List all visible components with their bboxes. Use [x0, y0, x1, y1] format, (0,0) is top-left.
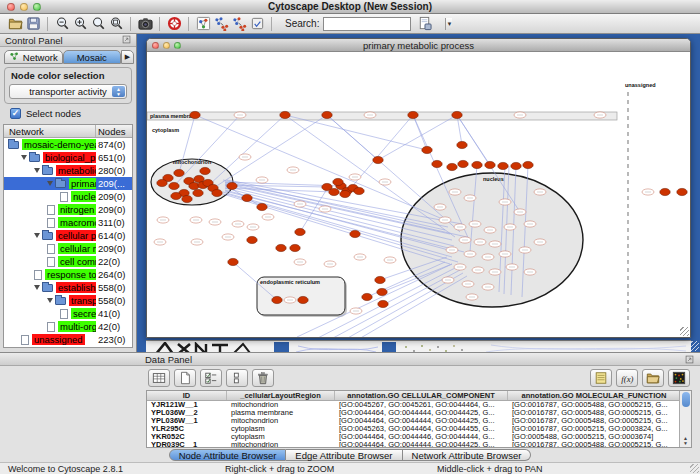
table-cell[interactable]: mitochondrion — [227, 401, 335, 409]
table-cell[interactable]: [GO:0005488, GO:0005215, GO:0003674] — [508, 433, 679, 441]
float-panel-icon[interactable] — [121, 34, 132, 47]
network-node[interactable] — [378, 300, 388, 307]
tree-row[interactable]: nucleobase-209(0) — [4, 190, 132, 203]
network-node[interactable] — [298, 296, 308, 303]
network-node[interactable] — [485, 161, 495, 168]
tree-row[interactable]: macromolecule311(0) — [4, 216, 132, 229]
matrix-view-button[interactable] — [668, 369, 690, 387]
table-cell[interactable]: YKR052C — [147, 433, 227, 441]
table-row[interactable]: YKR052Ccytoplasm[GO:0044464, GO:0044446,… — [147, 433, 679, 441]
table-row[interactable]: YLR295Ccytoplasm[GO:0045263, GO:0044464,… — [147, 425, 679, 433]
table-cell[interactable]: [GO:0016787, GO:0005488, GO:0005215, G..… — [508, 401, 679, 409]
snapshot-camera-button[interactable] — [136, 15, 154, 33]
zoom-selected-button[interactable] — [89, 15, 107, 33]
tree-row[interactable]: cell communicat22(0) — [4, 255, 132, 268]
table-cell[interactable]: [GO:0016787, GO:0005488, GO:0005215, G..… — [508, 409, 679, 417]
tree-row[interactable]: response to stimulu264(0) — [4, 268, 132, 281]
table-row[interactable]: YDR039C__1mitochondrion[GO:0044464, GO:0… — [147, 441, 679, 447]
tree-column-network[interactable]: Network — [4, 125, 96, 137]
net-close-icon[interactable] — [152, 42, 159, 49]
network-canvas[interactable]: plasma membranecytoplasmnucleusmitochond… — [147, 52, 690, 337]
close-window-icon[interactable] — [7, 3, 15, 11]
tab-overflow-button[interactable]: ▶ — [121, 50, 134, 64]
network-node[interactable] — [458, 160, 468, 167]
tree-row[interactable]: mosaic-demo-yeast874(0) — [4, 138, 132, 151]
table-row[interactable]: YPL036W__1mitochondrion[GO:0044464, GO:0… — [147, 417, 679, 425]
background-window-strip[interactable] — [146, 340, 691, 352]
tree-row[interactable]: cellular metabol209(0) — [4, 242, 132, 255]
table-cell[interactable]: [GO:0016787, GO:0005488, GO:0005215, G..… — [508, 441, 679, 447]
net-minimize-icon[interactable] — [163, 42, 170, 49]
table-cell[interactable]: mitochondrion — [227, 441, 335, 447]
network-node[interactable] — [340, 190, 350, 197]
network-node[interactable] — [408, 111, 418, 118]
checkbox-list-button[interactable] — [200, 369, 222, 387]
network-node[interactable] — [511, 162, 521, 169]
network-node[interactable] — [375, 276, 385, 283]
network-node[interactable] — [212, 189, 222, 196]
network-node[interactable] — [523, 161, 533, 168]
network-node[interactable] — [193, 189, 203, 196]
expander-icon[interactable] — [34, 285, 40, 290]
network-node[interactable] — [660, 188, 670, 195]
table-column-header[interactable]: ID — [147, 391, 227, 400]
network-node[interactable] — [228, 258, 238, 265]
table-row[interactable]: YJR121W__1mitochondrion[GO:0045267, GO:0… — [147, 401, 679, 409]
tree-row[interactable]: metabolic process280(0) — [4, 164, 132, 177]
table-cell[interactable]: [GO:0045267, GO:0045261, GO:0044464, G..… — [335, 401, 508, 409]
table-cell[interactable]: YJR121W__1 — [147, 401, 227, 409]
color-attribute-select[interactable]: transporter activity ▲▼ — [9, 84, 127, 99]
network-node[interactable] — [272, 296, 282, 303]
network-node[interactable] — [373, 156, 383, 163]
table-scrollbar[interactable]: ▲▼ — [679, 391, 691, 447]
scrollbar-thumb[interactable] — [682, 392, 690, 407]
expander-icon[interactable] — [34, 233, 40, 238]
network-view-button[interactable] — [194, 15, 212, 33]
expander-icon[interactable] — [21, 155, 27, 160]
notes-pad-button[interactable] — [590, 369, 612, 387]
network-node[interactable] — [295, 228, 305, 235]
tree-row[interactable]: multi-organism pro42(0) — [4, 320, 132, 333]
network-node[interactable] — [174, 169, 184, 176]
network-node[interactable] — [157, 179, 167, 186]
network-node[interactable] — [182, 195, 192, 202]
table-column-header[interactable]: _cellularLayoutRegion — [227, 391, 335, 400]
network-node[interactable] — [189, 182, 199, 189]
zoom-in-button[interactable] — [71, 15, 89, 33]
table-cell[interactable]: YDR039C__1 — [147, 441, 227, 447]
float-data-panel-icon[interactable] — [684, 354, 695, 367]
search-dropdown-icon[interactable]: ▼ — [445, 18, 452, 30]
statusbar-resize-grip[interactable] — [690, 464, 699, 473]
network-node[interactable] — [452, 111, 462, 118]
network-node[interactable] — [322, 111, 332, 118]
network-node[interactable] — [290, 244, 300, 251]
network-node[interactable] — [677, 188, 687, 195]
table-cell[interactable]: plasma membrane — [227, 409, 335, 417]
net-zoom-icon[interactable] — [174, 42, 181, 49]
tree-row[interactable]: transport558(0) — [4, 294, 132, 307]
network-node[interactable] — [350, 230, 360, 237]
help-lifering-button[interactable] — [165, 15, 183, 33]
table-cell[interactable]: YLR295C — [147, 425, 227, 433]
tree-row[interactable]: Overview8(0) — [4, 346, 132, 347]
network-node[interactable] — [377, 288, 387, 295]
tab-edge-attribute-browser[interactable]: Edge Attribute Browser — [286, 449, 402, 461]
tree-row[interactable]: nitrogen compo209(0) — [4, 203, 132, 216]
save-floppy-button[interactable] — [24, 15, 42, 33]
table-grid-button[interactable] — [148, 369, 170, 387]
network-node[interactable] — [498, 162, 508, 169]
expander-icon[interactable] — [34, 168, 40, 173]
network-node[interactable] — [190, 111, 200, 118]
tree-row[interactable]: establishment of lo558(0) — [4, 281, 132, 294]
tree-row[interactable]: secretion41(0) — [4, 307, 132, 320]
zoom-fit-button[interactable] — [107, 15, 125, 33]
table-cell[interactable]: cytoplasm — [227, 425, 335, 433]
scrollbar-buttons[interactable]: ▲▼ — [683, 436, 688, 447]
table-cell[interactable]: YPL036W__2 — [147, 409, 227, 417]
tree-row[interactable]: primary metabol209(... — [4, 177, 132, 190]
table-column-header[interactable]: annotation.GO CELLULAR_COMPONENT — [335, 391, 508, 400]
network-node[interactable] — [242, 194, 252, 201]
table-cell[interactable]: [GO:0044464, GO:0044446, GO:0044444, G..… — [335, 433, 508, 441]
table-row[interactable]: YPL036W__2plasma membrane[GO:0044464, GO… — [147, 409, 679, 417]
tab-mosaic[interactable]: Mosaic — [63, 50, 122, 64]
